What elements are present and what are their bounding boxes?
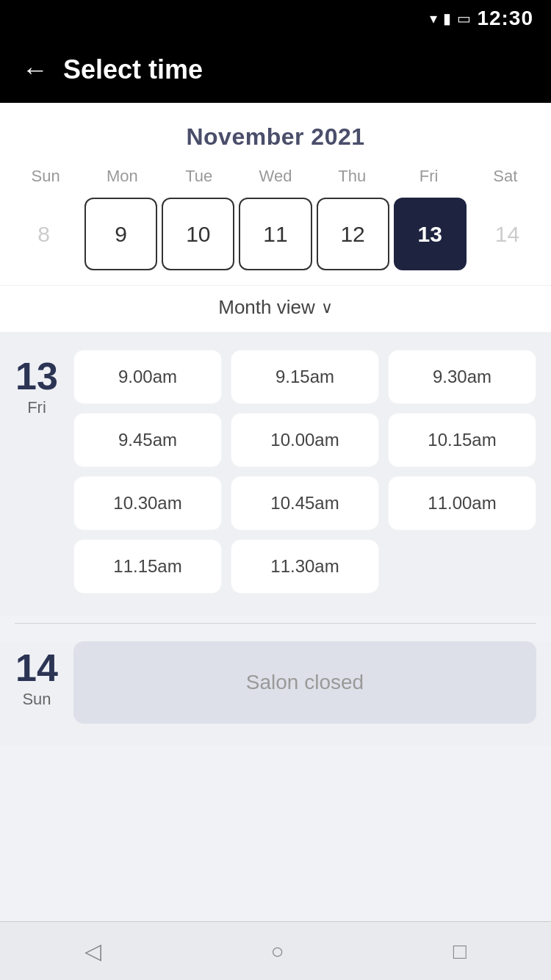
nav-home-icon[interactable]: ○ [270,939,284,964]
salon-closed-message: Salon closed [73,641,536,724]
bottom-nav: ◁ ○ □ [0,921,551,980]
date-cell-11[interactable]: 11 [239,198,311,270]
day-name-thu: Thu [314,162,390,190]
status-bar: ▾ ▮ ▭ 12:30 [0,0,551,37]
closed-block-14: 14 Sun Salon closed [0,641,551,746]
status-icons: ▾ ▮ ▭ 12:30 [430,7,533,30]
date-cell-13[interactable]: 13 [394,198,467,270]
day-label-13: 13 Fri [15,350,59,594]
date-cell-8[interactable]: 8 [7,198,80,270]
time-slot-1000[interactable]: 10.00am [231,413,379,467]
wifi-icon: ▾ [430,10,437,27]
day-weekday-14: Sun [22,690,51,709]
day-name-sun: Sun [7,162,84,190]
time-slot-1030[interactable]: 10.30am [73,476,222,530]
time-slot-1015[interactable]: 10.15am [388,413,536,467]
time-slot-1130[interactable]: 11.30am [231,539,379,594]
time-slot-1045[interactable]: 10.45am [231,476,379,530]
day-weekday-13: Fri [27,398,46,417]
day-number-14: 14 [15,649,58,687]
day-name-tue: Tue [161,162,237,190]
date-cell-9[interactable]: 9 [84,198,157,270]
date-cell-10[interactable]: 10 [162,198,234,270]
day-number-13: 13 [15,357,58,395]
header-title: Select time [63,54,203,85]
day-name-wed: Wed [237,162,314,190]
header: ← Select time [0,37,551,103]
day-name-fri: Fri [390,162,467,190]
calendar-section: November 2021 Sun Mon Tue Wed Thu Fri Sa… [0,103,551,332]
day-names-row: Sun Mon Tue Wed Thu Fri Sat [0,162,551,190]
month-view-toggle[interactable]: Month view ∨ [0,285,551,332]
signal-icon: ▮ [443,10,451,27]
month-view-label: Month view [218,296,315,319]
nav-back-icon[interactable]: ◁ [84,938,101,964]
month-heading: November 2021 [0,103,551,162]
nav-recent-icon[interactable]: □ [453,939,467,964]
date-cell-12[interactable]: 12 [317,198,389,270]
time-grid-13: 9.00am 9.15am 9.30am 9.45am 10.00am 10.1… [73,350,536,594]
day-block-13: 13 Fri 9.00am 9.15am 9.30am 9.45am 10.00… [15,350,536,594]
date-cell-14[interactable]: 14 [471,198,544,270]
back-button[interactable]: ← [22,57,48,83]
day-name-sat: Sat [467,162,544,190]
battery-icon: ▭ [457,10,471,27]
day-name-mon: Mon [84,162,160,190]
time-slot-915[interactable]: 9.15am [231,350,379,404]
status-time: 12:30 [477,7,533,30]
section-divider [15,623,536,624]
time-slot-1100[interactable]: 11.00am [388,476,536,530]
time-slot-1115[interactable]: 11.15am [73,539,222,594]
time-slots-section: 13 Fri 9.00am 9.15am 9.30am 9.45am 10.00… [0,332,551,616]
time-slot-900[interactable]: 9.00am [73,350,222,404]
day-label-14: 14 Sun [15,641,59,724]
time-slot-930[interactable]: 9.30am [388,350,536,404]
date-row: 8 9 10 11 12 13 14 [0,198,551,285]
chevron-down-icon: ∨ [321,298,333,317]
time-slot-945[interactable]: 9.45am [73,413,222,467]
